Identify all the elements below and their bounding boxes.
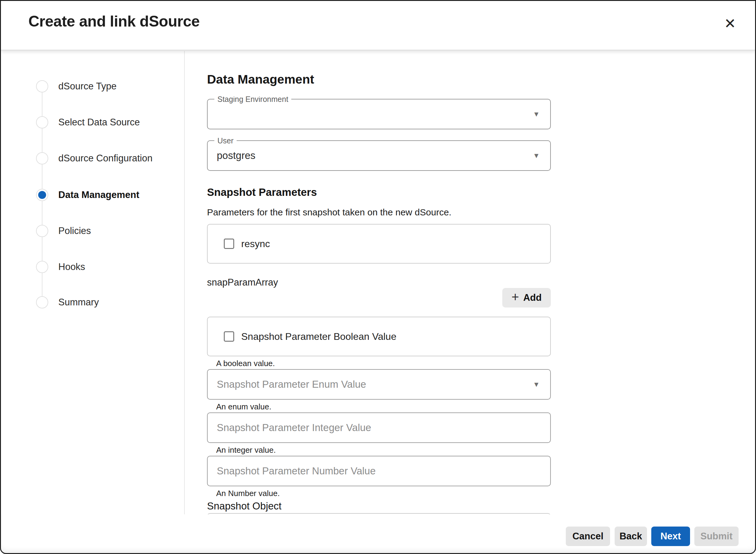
chevron-down-icon: ▼ [533, 152, 540, 159]
stepper-item-summary[interactable]: Summary [1, 295, 184, 310]
wizard-stepper: dSource Type Select Data Source dSource … [1, 51, 185, 514]
staging-environment-select[interactable]: Staging Environment ▼ [207, 99, 551, 129]
form-column: Staging Environment ▼ User postgres ▼ Sn… [207, 99, 551, 514]
stepper-item-hooks[interactable]: Hooks [1, 260, 184, 274]
stepper-item-dsource-type[interactable]: dSource Type [1, 79, 184, 94]
enum-value-select[interactable]: Snapshot Parameter Enum Value ▼ [207, 369, 551, 400]
boolean-value-checkbox[interactable] [224, 331, 234, 342]
step-circle-icon [36, 116, 48, 128]
next-button[interactable]: Next [651, 527, 690, 546]
step-label: Policies [58, 225, 91, 236]
field-value: postgres [217, 150, 256, 161]
number-value-input[interactable] [207, 456, 551, 486]
integer-value-input[interactable] [207, 412, 551, 443]
submit-button[interactable]: Submit [694, 527, 739, 546]
user-select[interactable]: User postgres ▼ [207, 140, 551, 171]
helper-text: An integer value. [207, 445, 551, 454]
step-label: dSource Configuration [58, 153, 152, 164]
step-label: Select Data Source [58, 117, 140, 128]
helper-text: An enum value. [207, 402, 551, 411]
add-row: + Add [207, 288, 551, 308]
stepper-item-select-data-source[interactable]: Select Data Source [1, 115, 184, 130]
step-circle-active-icon [36, 189, 48, 201]
step-label: Data Management [58, 189, 139, 201]
snapshot-object-label: Snapshot Object [207, 500, 551, 512]
checkbox-label: Snapshot Parameter Boolean Value [241, 331, 396, 342]
create-dsource-modal: Create and link dSource ✕ dSource Type S… [0, 0, 756, 554]
plus-icon: + [511, 291, 519, 303]
back-button[interactable]: Back [615, 527, 647, 546]
helper-text: An Number value. [207, 489, 551, 498]
select-placeholder: Snapshot Parameter Enum Value [217, 379, 366, 390]
add-button[interactable]: + Add [502, 288, 551, 308]
section-description: Parameters for the first snapshot taken … [207, 207, 551, 218]
step-circle-icon [36, 225, 48, 237]
stepper-item-data-management[interactable]: Data Management [1, 187, 184, 202]
close-icon[interactable]: ✕ [721, 14, 739, 33]
step-label: dSource Type [58, 81, 117, 92]
step-circle-icon [36, 296, 48, 309]
step-circle-icon [36, 152, 48, 164]
resync-group: resync [207, 224, 551, 264]
chevron-down-icon: ▼ [533, 111, 540, 118]
step-circle-icon [36, 80, 48, 93]
helper-text: A boolean value. [207, 359, 551, 368]
modal-title: Create and link dSource [29, 12, 200, 30]
chevron-down-icon: ▼ [533, 381, 540, 388]
checkbox-label: resync [241, 238, 270, 250]
boolean-value-group: Snapshot Parameter Boolean Value [207, 317, 551, 356]
field-label: Staging Environment [214, 96, 291, 103]
field-label: User [214, 136, 237, 145]
section-heading-snapshot-parameters: Snapshot Parameters [207, 186, 551, 198]
cancel-button[interactable]: Cancel [566, 527, 610, 546]
snapshot-object-box [207, 513, 551, 514]
page-title: Data Management [207, 72, 314, 87]
step-label: Hooks [58, 262, 85, 272]
form-scroll-area[interactable]: Staging Environment ▼ User postgres ▼ Sn… [185, 96, 756, 514]
step-label: Summary [58, 297, 99, 308]
resync-checkbox[interactable] [224, 238, 234, 249]
stepper-item-dsource-configuration[interactable]: dSource Configuration [1, 151, 184, 166]
modal-header: Create and link dSource ✕ [1, 1, 755, 50]
stepper-item-policies[interactable]: Policies [1, 224, 184, 238]
snap-param-array-label: snapParamArray [207, 277, 551, 288]
step-circle-icon [36, 261, 48, 273]
